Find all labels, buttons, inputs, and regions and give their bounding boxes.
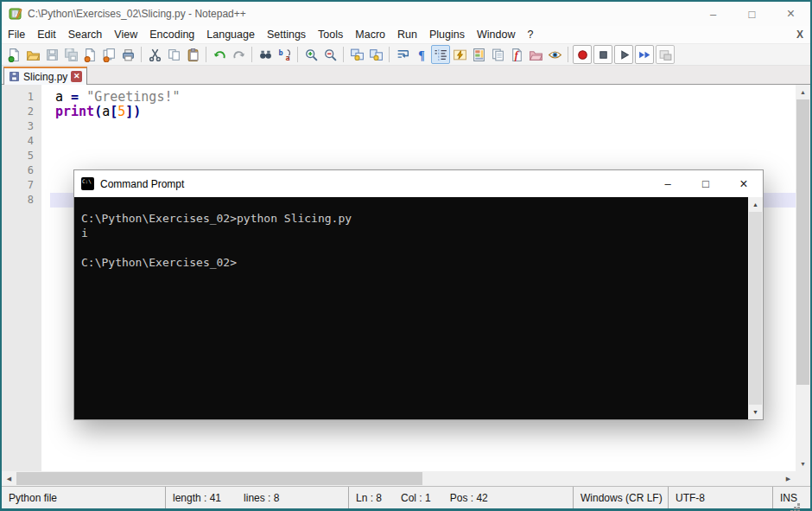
close-all-icon[interactable] <box>99 45 118 64</box>
save-all-icon[interactable] <box>61 45 80 64</box>
command-prompt-window[interactable]: C:\ Command Prompt – □ × C:\Python\Exerc… <box>73 169 764 420</box>
show-indent-guide-icon[interactable] <box>431 45 450 64</box>
open-file-icon[interactable] <box>23 45 42 64</box>
document-list-icon[interactable] <box>488 45 507 64</box>
paste-icon[interactable] <box>183 45 202 64</box>
menu-item-search[interactable]: Search <box>62 26 109 43</box>
saved-file-icon <box>9 71 20 82</box>
cut-icon[interactable] <box>145 45 164 64</box>
horizontal-scroll-thumb[interactable] <box>16 472 422 485</box>
new-file-icon[interactable] <box>4 45 23 64</box>
eol-label: Windows (CR LF) <box>580 492 663 504</box>
line-number-gutter: 12345678 <box>2 85 41 471</box>
status-insert-mode: INS <box>773 487 810 508</box>
toolbar-separator <box>389 47 390 62</box>
cmd-vertical-scrollbar[interactable]: ▲ ▼ <box>748 197 763 419</box>
bookmark-margin[interactable] <box>41 85 50 471</box>
sync-vertical-scroll-icon[interactable] <box>347 45 366 64</box>
menu-item-tools[interactable]: Tools <box>312 26 349 43</box>
tab-slicing-py[interactable]: Slicing.py ✕ <box>3 67 87 85</box>
macro-save-icon[interactable] <box>656 45 675 64</box>
cmd-icon: C:\ <box>81 177 94 190</box>
cmd-scroll-up-icon[interactable]: ▲ <box>748 197 763 212</box>
macro-play-icon[interactable] <box>614 45 633 64</box>
macro-stop-icon[interactable] <box>593 45 612 64</box>
menu-item-language[interactable]: Language <box>200 26 261 43</box>
menu-item-window[interactable]: Window <box>471 26 521 43</box>
encoding-label: UTF-8 <box>676 492 705 504</box>
copy-icon[interactable] <box>164 45 183 64</box>
minimize-button[interactable]: – <box>694 2 733 26</box>
print-icon[interactable] <box>118 45 137 64</box>
line-number: 3 <box>2 119 41 134</box>
menu-item-macro[interactable]: Macro <box>349 26 391 43</box>
undo-icon[interactable] <box>210 45 229 64</box>
scroll-up-icon[interactable]: ▲ <box>796 85 810 99</box>
toolbar-separator <box>251 47 252 62</box>
menu-item-encoding[interactable]: Encoding <box>143 26 200 43</box>
scroll-right-icon[interactable]: ▶ <box>781 471 796 486</box>
code-line: print(a[5]) <box>55 105 796 119</box>
sync-horizontal-scroll-icon[interactable] <box>366 45 385 64</box>
resize-grip[interactable] <box>797 503 800 506</box>
menu-item-view[interactable]: View <box>108 26 143 43</box>
menu-item-plugins[interactable]: Plugins <box>423 26 471 43</box>
word-wrap-icon[interactable] <box>393 45 412 64</box>
toolbar: ba¶f <box>2 43 810 66</box>
macro-run-multiple-icon[interactable] <box>635 45 654 64</box>
menu-item-run[interactable]: Run <box>391 26 423 43</box>
monitoring-icon[interactable] <box>545 45 564 64</box>
show-all-characters-icon[interactable]: ¶ <box>412 45 431 64</box>
close-file-icon[interactable] <box>80 45 99 64</box>
editor-horizontal-scrollbar[interactable]: ◀ ▶ <box>2 471 796 486</box>
cmd-line: i <box>81 226 763 240</box>
folder-as-workspace-icon[interactable] <box>526 45 545 64</box>
menu-item-edit[interactable]: Edit <box>31 26 62 43</box>
scroll-down-icon[interactable]: ▼ <box>796 457 810 471</box>
status-length-lines: length : 41 lines : 8 <box>166 487 349 508</box>
save-icon[interactable] <box>42 45 61 64</box>
zoom-in-icon[interactable] <box>301 45 320 64</box>
cmd-scroll-down-icon[interactable]: ▼ <box>748 405 763 419</box>
redo-icon[interactable] <box>229 45 248 64</box>
insert-mode-label: INS <box>780 492 797 504</box>
tab-close-icon[interactable]: ✕ <box>71 71 82 82</box>
cmd-console-area[interactable]: C:\Python\Exercises_02>python Slicing.py… <box>74 197 763 419</box>
cmd-scroll-thumb[interactable] <box>749 212 762 405</box>
line-number: 5 <box>2 149 41 163</box>
vertical-scroll-thumb[interactable] <box>796 99 809 385</box>
svg-text:b: b <box>278 48 282 56</box>
status-caret-position: Ln : 8 Col : 1 Pos : 42 <box>349 487 574 508</box>
scrollbar-corner <box>796 471 810 486</box>
find-icon[interactable] <box>256 45 275 64</box>
menu-bar: FileEditSearchViewEncodingLanguageSettin… <box>2 26 810 43</box>
cmd-title-bar: C:\ Command Prompt – □ × <box>74 170 763 197</box>
code-line <box>55 149 796 163</box>
close-document-x-button[interactable]: X <box>796 29 803 41</box>
scroll-left-icon[interactable]: ◀ <box>2 471 16 486</box>
code-line <box>55 134 796 149</box>
menu-item-help[interactable]: ? <box>521 26 539 43</box>
zoom-out-icon[interactable] <box>320 45 339 64</box>
toolbar-separator <box>297 47 298 62</box>
line-number: 1 <box>2 90 41 105</box>
macro-record-icon[interactable] <box>573 45 592 64</box>
function-list-icon[interactable]: f <box>507 45 526 64</box>
cmd-maximize-button[interactable]: □ <box>687 170 725 197</box>
menu-item-file[interactable]: File <box>2 26 31 43</box>
toolbar-separator <box>206 47 206 62</box>
cmd-minimize-button[interactable]: – <box>649 170 687 197</box>
close-button[interactable]: × <box>771 2 810 26</box>
user-defined-dialog-icon[interactable] <box>450 45 469 64</box>
cmd-close-button[interactable]: × <box>725 170 763 197</box>
maximize-button[interactable]: □ <box>733 2 771 26</box>
code-line: a = "Greetings!" <box>55 90 796 105</box>
column-position-label: Col : 1 <box>401 492 431 504</box>
menu-item-settings[interactable]: Settings <box>261 26 312 43</box>
replace-icon[interactable]: ba <box>275 45 294 64</box>
document-map-icon[interactable] <box>469 45 488 64</box>
editor-vertical-scrollbar[interactable]: ▲ ▼ <box>796 85 810 471</box>
length-label: length : 41 <box>173 492 221 504</box>
line-number: 2 <box>2 105 41 119</box>
tab-label: Slicing.py <box>23 71 67 83</box>
